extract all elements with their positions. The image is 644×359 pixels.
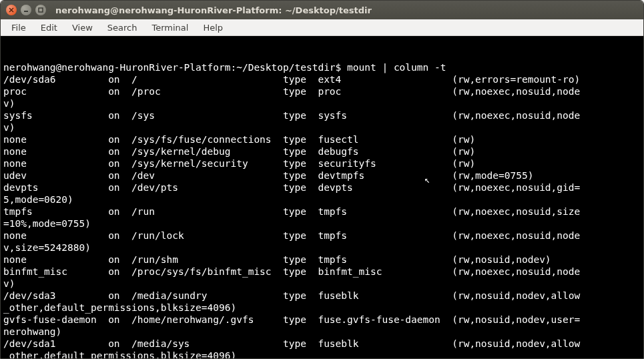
terminal-window: nerohwang@nerohwang-HuronRiver-Platform:…: [0, 0, 644, 359]
maximize-icon[interactable]: [35, 5, 46, 15]
svg-rect-3: [39, 8, 43, 12]
window-title: nerohwang@nerohwang-HuronRiver-Platform:…: [55, 5, 372, 15]
terminal-body[interactable]: nerohwang@nerohwang-HuronRiver-Platform:…: [1, 36, 643, 358]
menubar: File Edit View Search Terminal Help: [1, 19, 643, 36]
minimize-icon[interactable]: [21, 5, 31, 15]
window-controls: [6, 5, 46, 15]
menu-search[interactable]: Search: [101, 21, 144, 35]
menu-edit[interactable]: Edit: [34, 21, 64, 35]
menu-file[interactable]: File: [5, 21, 33, 35]
menu-terminal[interactable]: Terminal: [145, 21, 195, 35]
close-icon[interactable]: [6, 5, 17, 15]
menu-view[interactable]: View: [65, 21, 99, 35]
terminal-output: nerohwang@nerohwang-HuronRiver-Platform:…: [3, 61, 641, 358]
titlebar[interactable]: nerohwang@nerohwang-HuronRiver-Platform:…: [1, 1, 643, 19]
menu-help[interactable]: Help: [196, 21, 230, 35]
